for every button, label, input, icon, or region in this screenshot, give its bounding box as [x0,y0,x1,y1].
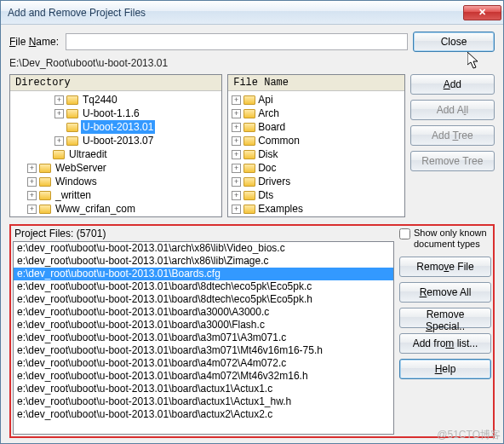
project-file-item[interactable]: e:\dev_root\uboot\u-boot-2013.01\arch\x8… [14,242,393,255]
project-file-item[interactable]: e:\dev_root\uboot\u-boot-2013.01\board\a… [14,408,393,421]
folder-icon [243,95,255,105]
close-button[interactable]: Close [413,32,495,52]
file-label: Fs [258,216,269,216]
folder-icon [66,136,78,146]
tree-item[interactable]: +U-boot-2013.07 [14,134,221,147]
expand-icon[interactable]: + [232,150,241,159]
project-files-label: Project Files: (5701) [13,228,394,241]
tree-item[interactable]: +WebServer [14,161,221,175]
filename-row: File Name: Close [9,32,495,52]
tree-label: 在线课程 [54,216,98,216]
path-row: E:\Dev_Root\uboot\u-boot-2013.01 [9,57,495,69]
expand-spacer [54,123,64,132]
expand-icon[interactable]: + [232,191,241,200]
show-only-known-checkbox[interactable] [399,228,410,239]
project-files-list[interactable]: e:\dev_root\uboot\u-boot-2013.01\arch\x8… [13,241,394,435]
project-file-item[interactable]: e:\dev_root\uboot\u-boot-2013.01\arch\x8… [14,255,393,268]
expand-icon[interactable]: + [54,136,64,146]
expand-icon[interactable]: + [27,177,37,187]
expand-icon[interactable]: + [232,177,241,187]
expand-icon[interactable]: + [232,205,241,214]
file-item[interactable]: +Api [232,93,404,107]
expand-icon[interactable]: + [232,109,241,118]
add-all-button[interactable]: Add All [410,100,495,120]
project-file-item[interactable]: e:\dev_root\uboot\u-boot-2013.01\board\a… [14,395,393,408]
titlebar[interactable]: Add and Remove Project Files ✕ [1,1,503,25]
tree-item[interactable]: +Windows [14,175,221,188]
expand-icon[interactable]: + [54,95,64,105]
expand-icon[interactable]: + [27,205,37,214]
tree-label: WebServer [54,161,108,175]
file-item[interactable]: +Dts [232,188,404,202]
add-button[interactable]: Add [410,74,495,95]
tree-item[interactable]: +_written [14,188,221,202]
expand-icon[interactable]: + [27,164,37,173]
file-pane: File Name +Api+Arch+Board+Common+Disk+Do… [227,74,405,217]
expand-icon[interactable]: + [232,95,241,105]
folder-icon [39,205,51,214]
project-file-item[interactable]: e:\dev_root\uboot\u-boot-2013.01\Boards.… [14,268,393,280]
expand-icon[interactable]: + [27,191,37,200]
tree-label: U-boot-1.1.6 [81,107,141,120]
filename-input[interactable] [66,33,408,50]
expand-icon[interactable]: + [232,136,241,146]
filename-label: File Name: [9,36,60,48]
directory-tree[interactable]: +Tq2440+U-boot-1.1.6U-boot-2013.01+U-boo… [10,91,221,216]
folder-icon [66,95,78,105]
tree-item[interactable]: U-boot-2013.01 [14,120,221,134]
remove-tree-button[interactable]: Remove Tree [410,151,495,171]
folder-icon [243,150,255,159]
expand-icon[interactable]: + [54,109,64,118]
expand-icon[interactable]: + [232,123,241,132]
tree-label: Tq2440 [81,93,119,107]
file-list[interactable]: +Api+Arch+Board+Common+Disk+Doc+Drivers+… [228,91,404,216]
directory-pane: Directory +Tq2440+U-boot-1.1.6U-boot-201… [9,74,222,217]
tree-item[interactable]: +U-boot-1.1.6 [14,107,221,120]
folder-icon [243,164,255,173]
remove-special-button[interactable]: Remove Special.. [399,308,491,328]
show-only-known-row[interactable]: Show only known document types [399,228,491,250]
window-close-button[interactable]: ✕ [463,5,501,20]
folder-icon [66,123,78,132]
folder-icon [39,177,51,187]
tree-item[interactable]: +Www_crifan_com [14,202,221,216]
project-file-item[interactable]: e:\dev_root\uboot\u-boot-2013.01\board\a… [14,370,393,383]
folder-icon [66,109,78,118]
current-path: E:\Dev_Root\uboot\u-boot-2013.01 [9,57,495,69]
tree-item[interactable]: +Tq2440 [14,93,221,107]
add-tree-button[interactable]: Add Tree [410,125,495,146]
project-file-item[interactable]: e:\dev_root\uboot\u-boot-2013.01\board\a… [14,344,393,357]
file-label: Drivers [258,175,290,188]
expand-icon[interactable]: + [232,164,241,173]
project-file-item[interactable]: e:\dev_root\uboot\u-boot-2013.01\board\a… [14,332,393,344]
file-item[interactable]: +Board [232,120,404,134]
directory-header: Directory [10,75,221,91]
file-item[interactable]: +Disk [232,147,404,161]
folder-icon [243,191,255,200]
project-file-item[interactable]: e:\dev_root\uboot\u-boot-2013.01\board\a… [14,306,393,319]
file-header: File Name [228,75,404,91]
add-from-list-button[interactable]: Add from list... [399,333,491,354]
project-file-item[interactable]: e:\dev_root\uboot\u-boot-2013.01\board\a… [14,357,393,370]
file-item[interactable]: +Arch [232,107,404,120]
remove-file-button[interactable]: Remove File [399,257,491,277]
folder-icon [243,123,255,132]
file-label: Arch [258,107,279,120]
project-file-item[interactable]: e:\dev_root\uboot\u-boot-2013.01\board\a… [14,383,393,395]
tree-item[interactable]: Ultraedit [14,147,221,161]
help-button[interactable]: Help [399,359,491,379]
tree-item[interactable]: +在线课程 [14,216,221,216]
side-buttons: Add Add All Add Tree Remove Tree [410,74,495,217]
folder-icon [243,136,255,146]
file-item[interactable]: +Fs [232,216,404,216]
folder-icon [39,191,51,200]
file-item[interactable]: +Drivers [232,175,404,188]
project-file-item[interactable]: e:\dev_root\uboot\u-boot-2013.01\board\8… [14,293,393,306]
file-item[interactable]: +Doc [232,161,404,175]
remove-all-button[interactable]: Remove All [399,282,491,303]
project-file-item[interactable]: e:\dev_root\uboot\u-boot-2013.01\board\8… [14,280,393,293]
project-files-right: Show only known document types Remove Fi… [399,228,491,435]
file-item[interactable]: +Common [232,134,404,147]
file-item[interactable]: +Examples [232,202,404,216]
project-file-item[interactable]: e:\dev_root\uboot\u-boot-2013.01\board\a… [14,319,393,332]
